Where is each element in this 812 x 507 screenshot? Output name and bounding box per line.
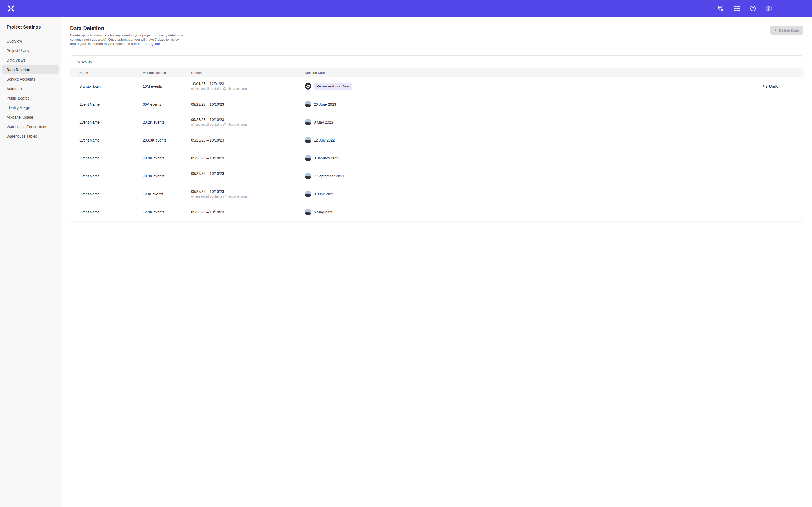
sidebar-item-label: Identity Merge <box>7 106 30 110</box>
criteria-cell: 09/23/23 – 10/10/23 where email contains… <box>191 117 305 127</box>
sidebar-item-label: Autotrack <box>7 87 22 91</box>
deletion-date: 20 June 2023 <box>314 102 336 106</box>
criteria-cell: 10/01/23 – 12/01/23 where email contains… <box>191 81 305 91</box>
criteria-date-range: 09/23/23 – 10/10/23 <box>191 189 305 193</box>
main-content: Data Deletion Delete up to 90 days data … <box>61 17 406 253</box>
sidebar-title: Project Settings <box>7 24 60 30</box>
deletion-date: 3 May 2023 <box>314 120 333 124</box>
criteria-cell: 09/23/23 – 10/10/23 <box>191 102 305 106</box>
criteria-subtext: where email contains @mixpanel.com <box>191 87 305 91</box>
criteria-cell: 09/23/23 – 10/10/23 <box>191 210 305 214</box>
criteria-subtext: where email contains @mixpanel.com <box>191 194 305 199</box>
criteria-cell: 09/23/23 – 10/10/23 where email contains… <box>191 189 305 199</box>
page-description: Delete up to 90 days data for any event … <box>70 33 186 46</box>
sidebar-item-project-users[interactable]: Project Users <box>2 46 59 55</box>
sidebar-item-identity-merge[interactable]: Identity Merge <box>2 103 59 112</box>
sidebar-item-warehouse-connections[interactable]: Warehouse Connections <box>2 122 59 131</box>
criteria-cell: 09/23/23 – 10/10/23 <box>191 156 305 160</box>
column-header-name: Name <box>79 71 143 75</box>
page-description-text: Delete up to 90 days data for any event … <box>70 33 184 46</box>
criteria-subtext: where email contains @mixpanel.com <box>191 123 305 127</box>
mixpanel-logo-icon[interactable] <box>7 5 15 12</box>
column-header-volume-deleted: Volume Deleted <box>143 71 191 75</box>
volume-deleted: 239.3K events <box>143 138 191 142</box>
see-guide-link[interactable]: See guide <box>144 42 160 46</box>
volume-deleted: 123K events <box>143 192 191 196</box>
results-count: 5 Results <box>70 56 406 68</box>
table-body: Signup_login 10M events 10/01/23 – 12/01… <box>70 77 406 221</box>
event-name: Event Name <box>79 120 143 124</box>
column-header-deletion-date: Deletion Date <box>305 71 406 75</box>
user-avatar <box>305 137 311 144</box>
volume-deleted: 48.3K events <box>143 174 191 178</box>
deletion-date-cell: 20 June 2023 <box>305 101 406 108</box>
table-header: Name Volume Deleted Criteria Deletion Da… <box>70 68 406 77</box>
deletion-date-cell: 3 May 2023 <box>305 119 406 125</box>
sidebar-item-label: Overview <box>7 39 22 43</box>
sidebar-item-overview[interactable]: Overview <box>2 37 59 45</box>
deletion-date: 3 January 2022 <box>314 156 339 160</box>
topbar: ? <box>0 0 406 17</box>
deletion-date-cell: Permanent in 7 Days Undo <box>305 83 406 90</box>
volume-deleted: 12.9K events <box>143 210 191 214</box>
table-row[interactable]: Event Name 239.3K events 09/23/23 – 10/1… <box>70 131 406 149</box>
volume-deleted: 49.9K events <box>143 156 191 160</box>
table-row[interactable]: Event Name 30K events 09/23/23 – 10/10/2… <box>70 95 406 113</box>
table-row[interactable]: Event Name 49.9K events 09/23/23 – 10/10… <box>70 149 406 167</box>
criteria-subtext <box>191 177 305 181</box>
deletion-date: 5 May 2020 <box>314 210 333 214</box>
deletion-date-cell: 3 June 2021 <box>305 191 406 197</box>
event-name: Event Name <box>79 138 143 142</box>
criteria-date-range: 10/01/23 – 12/01/23 <box>191 81 305 86</box>
criteria-cell: 09/23/23 – 10/10/23 <box>191 138 305 142</box>
sidebar-item-public-boards[interactable]: Public Boards <box>2 94 59 103</box>
sidebar-item-label: Warehouse Tables <box>7 134 37 138</box>
user-avatar <box>305 191 311 197</box>
sidebar-item-label: Service Accounts <box>7 77 35 81</box>
criteria-date-range: 09/23/23 – 10/10/23 <box>191 171 305 176</box>
volume-deleted: 30K events <box>143 102 191 106</box>
sidebar-item-data-deletion[interactable]: Data Deletion <box>2 65 59 74</box>
user-avatar <box>305 119 311 125</box>
table-row[interactable]: Signup_login 10M events 10/01/23 – 12/01… <box>70 77 406 95</box>
sidebar-item-label: Project Users <box>7 49 29 53</box>
event-name: Event Name <box>79 102 143 106</box>
page-header: Data Deletion Delete up to 90 days data … <box>70 25 406 46</box>
table-row[interactable]: Event Name 48.3K events 09/23/23 – 10/10… <box>70 167 406 185</box>
event-name: Event Name <box>79 156 143 160</box>
sidebar-item-mixpanel-usage[interactable]: Mixpanel Usage <box>2 113 59 121</box>
user-avatar <box>305 83 311 90</box>
volume-deleted: 10M events <box>143 84 191 89</box>
criteria-date-range: 09/23/23 – 10/10/23 <box>191 117 305 122</box>
sidebar-item-label: Data Deletion <box>7 68 30 72</box>
sidebar-item-data-views[interactable]: Data Views <box>2 56 59 64</box>
criteria-cell: 09/23/23 – 10/10/23 <box>191 171 305 181</box>
event-name: Event Name <box>79 210 143 214</box>
event-name: Event Name <box>79 174 143 178</box>
deletion-date: 3 June 2021 <box>314 192 334 196</box>
event-name: Signup_login <box>79 84 143 89</box>
table-row[interactable]: Event Name 20.2K events 09/23/23 – 10/10… <box>70 113 406 131</box>
column-header-criteria: Criteria <box>191 71 305 75</box>
sidebar-nav: OverviewProject UsersData ViewsData Dele… <box>0 37 60 140</box>
table-row[interactable]: Event Name 12.9K events 09/23/23 – 10/10… <box>70 203 406 221</box>
status-badge: Permanent in 7 Days <box>314 83 352 90</box>
sidebar-item-service-accounts[interactable]: Service Accounts <box>2 75 59 83</box>
sidebar-item-label: Warehouse Connections <box>7 125 47 129</box>
deletion-date-cell: 12 July 2022 <box>305 137 406 144</box>
sidebar-item-label: Mixpanel Usage <box>7 115 33 119</box>
sidebar-item-autotrack[interactable]: Autotrack <box>2 84 59 93</box>
deletion-date: 7 September 2021 <box>314 174 344 178</box>
sidebar-item-warehouse-tables[interactable]: Warehouse Tables <box>2 132 59 140</box>
user-avatar <box>305 173 311 179</box>
event-name: Event Name <box>79 192 143 196</box>
user-avatar <box>305 101 311 108</box>
deletion-date: 12 July 2022 <box>314 138 335 142</box>
table-row[interactable]: Event Name 123K events 09/23/23 – 10/10/… <box>70 185 406 203</box>
deletion-date-cell: 3 January 2022 <box>305 155 406 161</box>
page-title: Data Deletion <box>70 25 406 32</box>
user-avatar <box>305 155 311 161</box>
criteria-date-range: 09/23/23 – 10/10/23 <box>191 138 305 142</box>
user-avatar <box>305 209 311 216</box>
deletion-date-cell: 5 May 2020 <box>305 209 406 216</box>
